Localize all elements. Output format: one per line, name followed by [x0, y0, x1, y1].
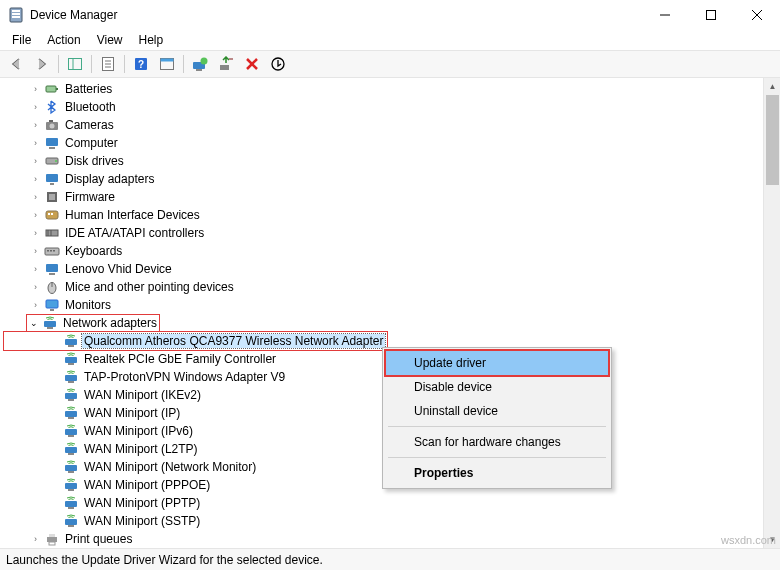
svg-rect-59 — [65, 357, 77, 363]
svg-rect-32 — [49, 147, 55, 149]
tree-item-label: Batteries — [63, 82, 114, 96]
svg-rect-3 — [12, 16, 20, 18]
toolbar-separator — [58, 55, 59, 73]
svg-rect-72 — [68, 471, 74, 473]
tree-item-label: Monitors — [63, 298, 113, 312]
tree-item[interactable]: WAN Miniport (SSTP) — [4, 512, 780, 530]
tree-item[interactable]: WAN Miniport (PPTP) — [4, 494, 780, 512]
context-menu: Update driver Disable device Uninstall d… — [382, 347, 612, 489]
network-icon — [63, 459, 79, 475]
menu-help[interactable]: Help — [131, 31, 172, 49]
svg-rect-8 — [69, 59, 82, 70]
menu-file[interactable]: File — [4, 31, 39, 49]
tree-item[interactable]: ›Print queues — [4, 530, 780, 548]
help-button[interactable]: ? — [129, 53, 153, 75]
caret-closed-icon[interactable]: › — [29, 156, 42, 166]
menu-view[interactable]: View — [89, 31, 131, 49]
network-icon — [63, 387, 79, 403]
vertical-scrollbar[interactable]: ▲ ▼ — [763, 78, 780, 548]
svg-point-20 — [201, 58, 208, 65]
tree-item[interactable]: ›Monitors — [4, 296, 780, 314]
properties-button[interactable] — [96, 53, 120, 75]
tree-item[interactable]: ›Lenovo Vhid Device — [4, 260, 780, 278]
network-icon — [63, 351, 79, 367]
svg-rect-2 — [12, 13, 20, 15]
network-icon — [63, 423, 79, 439]
disk-icon — [44, 153, 60, 169]
svg-rect-71 — [65, 465, 77, 471]
tree-item[interactable]: ›Display adapters — [4, 170, 780, 188]
tree-item[interactable]: ›Disk drives — [4, 152, 780, 170]
forward-button[interactable] — [30, 53, 54, 75]
caret-closed-icon[interactable]: › — [29, 102, 42, 112]
keyboard-icon — [44, 243, 60, 259]
tree-item[interactable]: ›Batteries — [4, 80, 780, 98]
scan-hardware-button[interactable] — [214, 53, 238, 75]
svg-point-34 — [55, 160, 57, 162]
tree-item[interactable]: ›Human Interface Devices — [4, 206, 780, 224]
ctx-update-driver[interactable]: Update driver — [386, 351, 608, 375]
caret-closed-icon[interactable]: › — [29, 300, 42, 310]
caret-open-icon[interactable]: ⌄ — [27, 318, 40, 328]
tree-item[interactable]: ⌄Network adapters — [2, 314, 780, 332]
scroll-thumb[interactable] — [766, 95, 779, 185]
menu-action[interactable]: Action — [39, 31, 88, 49]
watermark: wsxdn.com — [721, 534, 776, 546]
back-button[interactable] — [4, 53, 28, 75]
close-button[interactable] — [734, 0, 780, 30]
caret-closed-icon[interactable]: › — [29, 264, 42, 274]
maximize-button[interactable] — [688, 0, 734, 30]
toolbar: ? — [0, 50, 780, 78]
tree-item-label: Network adapters — [61, 316, 159, 330]
caret-closed-icon[interactable]: › — [29, 84, 42, 94]
ctx-separator — [388, 457, 606, 458]
tree-item[interactable]: ›Cameras — [4, 116, 780, 134]
action-pane-button[interactable] — [155, 53, 179, 75]
toolbar-separator — [124, 55, 125, 73]
caret-closed-icon[interactable]: › — [29, 120, 42, 130]
print-icon — [44, 531, 60, 547]
show-hide-console-button[interactable] — [63, 53, 87, 75]
svg-rect-48 — [53, 250, 55, 252]
svg-rect-19 — [196, 69, 202, 71]
svg-rect-36 — [50, 183, 54, 185]
caret-closed-icon[interactable]: › — [29, 210, 42, 220]
svg-rect-46 — [47, 250, 49, 252]
tree-item[interactable]: ›Bluetooth — [4, 98, 780, 116]
tree-item[interactable]: ›Computer — [4, 134, 780, 152]
update-driver-button[interactable] — [188, 53, 212, 75]
disable-button[interactable] — [266, 53, 290, 75]
caret-closed-icon[interactable]: › — [29, 192, 42, 202]
tree-item[interactable]: ›Firmware — [4, 188, 780, 206]
caret-closed-icon[interactable]: › — [29, 138, 42, 148]
tree-item-label: WAN Miniport (IKEv2) — [82, 388, 203, 402]
caret-closed-icon[interactable]: › — [29, 282, 42, 292]
tree-item-label: Display adapters — [63, 172, 156, 186]
tree-item[interactable]: Qualcomm Atheros QCA9377 Wireless Networ… — [4, 332, 387, 350]
battery-icon — [44, 81, 60, 97]
tree-item-label: Keyboards — [63, 244, 124, 258]
ide-icon — [44, 225, 60, 241]
scroll-up-button[interactable]: ▲ — [764, 78, 780, 95]
svg-rect-78 — [68, 525, 74, 527]
tree-item[interactable]: ›Mice and other pointing devices — [4, 278, 780, 296]
svg-rect-35 — [46, 174, 58, 182]
tree-item[interactable]: ›Keyboards — [4, 242, 780, 260]
uninstall-button[interactable] — [240, 53, 264, 75]
caret-closed-icon[interactable]: › — [29, 246, 42, 256]
svg-rect-38 — [49, 194, 55, 200]
bluetooth-icon — [44, 99, 60, 115]
ctx-properties[interactable]: Properties — [386, 461, 608, 485]
tree-item[interactable]: ›IDE ATA/ATAPI controllers — [4, 224, 780, 242]
app-icon — [8, 7, 24, 23]
network-icon — [63, 369, 79, 385]
minimize-button[interactable] — [642, 0, 688, 30]
network-icon — [63, 477, 79, 493]
ctx-disable-device[interactable]: Disable device — [386, 375, 608, 399]
ctx-scan-hardware[interactable]: Scan for hardware changes — [386, 430, 608, 454]
svg-rect-79 — [47, 537, 57, 542]
caret-closed-icon[interactable]: › — [29, 174, 42, 184]
ctx-uninstall-device[interactable]: Uninstall device — [386, 399, 608, 423]
caret-closed-icon[interactable]: › — [29, 534, 42, 544]
caret-closed-icon[interactable]: › — [29, 228, 42, 238]
